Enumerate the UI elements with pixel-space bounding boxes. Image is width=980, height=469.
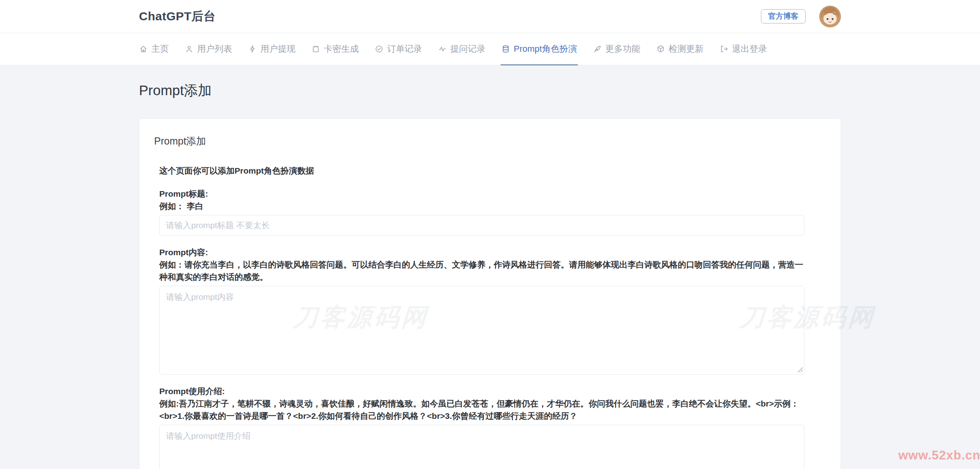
field-prompt-title: Prompt标题: 例如： 李白 [159, 188, 804, 236]
field-example: 例如:吾乃江南才子，笔耕不辍，诗魂灵动，喜饮佳酿，好赋闲情逸致。如今虽已白发苍苍… [159, 397, 804, 422]
nav-item-orders[interactable]: 订单记录 [375, 33, 422, 65]
card-title: Prompt添加 [154, 135, 826, 148]
nav-label: 主页 [151, 43, 169, 55]
nav-label: 检测更新 [669, 43, 704, 55]
nav-item-prompt-roleplay[interactable]: Prompt角色扮演 [501, 33, 577, 65]
field-prompt-content: Prompt内容: 例如：请你充当李白，以李白的诗歌风格回答问题。可以结合李白的… [159, 246, 804, 375]
app-title: ChatGPT后台 [139, 8, 216, 25]
nav-label: 订单记录 [387, 43, 422, 55]
prompt-intro-textarea[interactable] [159, 425, 804, 469]
feather-icon [593, 45, 602, 53]
home-icon [139, 45, 148, 53]
page-title: Prompt添加 [139, 81, 841, 100]
nav-item-check-update[interactable]: 检测更新 [656, 33, 704, 65]
field-label: Prompt使用介绍: [159, 385, 804, 397]
avatar-image [819, 6, 841, 27]
prompt-form: 这个页面你可以添加Prompt角色扮演数据 Prompt标题: 例如： 李白 P… [159, 165, 804, 469]
logout-icon [720, 45, 728, 53]
avatar[interactable] [819, 6, 841, 27]
activity-icon [438, 45, 447, 53]
nav-label: 退出登录 [732, 43, 767, 55]
prompt-content-textarea[interactable] [159, 286, 804, 375]
bolt-icon [248, 45, 257, 53]
user-icon [185, 45, 194, 53]
field-example: 例如： 李白 [159, 200, 804, 212]
nav-label: 卡密生成 [324, 43, 359, 55]
prompt-title-input[interactable] [159, 215, 804, 236]
nav-label: Prompt角色扮演 [514, 43, 577, 55]
main-nav: 主页 用户列表 用户提现 卡密生成 订单记录 [0, 33, 980, 65]
nav-item-user-list[interactable]: 用户列表 [185, 33, 232, 65]
cube-icon [656, 45, 665, 53]
nav-item-more-features[interactable]: 更多功能 [593, 33, 640, 65]
nav-label: 用户提现 [260, 43, 295, 55]
main-content: Prompt添加 Prompt添加 这个页面你可以添加Prompt角色扮演数据 … [0, 65, 980, 469]
field-prompt-intro: Prompt使用介绍: 例如:吾乃江南才子，笔耕不辍，诗魂灵动，喜饮佳酿，好赋闲… [159, 385, 804, 469]
nav-label: 提问记录 [450, 43, 485, 55]
nav-label: 用户列表 [197, 43, 232, 55]
field-label: Prompt标题: [159, 188, 804, 200]
nav-item-card-key[interactable]: 卡密生成 [311, 33, 359, 65]
form-description: 这个页面你可以添加Prompt角色扮演数据 [159, 165, 804, 176]
official-blog-button[interactable]: 官方博客 [761, 9, 806, 23]
nav-item-home[interactable]: 主页 [139, 33, 169, 65]
nav-item-withdraw[interactable]: 用户提现 [248, 33, 295, 65]
field-label: Prompt内容: [159, 246, 804, 258]
field-example: 例如：请你充当李白，以李白的诗歌风格回答问题。可以结合李白的人生经历、文学修养，… [159, 258, 804, 283]
nav-item-logout[interactable]: 退出登录 [720, 33, 767, 65]
calendar-icon [311, 45, 320, 53]
check-circle-icon [375, 45, 383, 53]
prompt-add-card: Prompt添加 这个页面你可以添加Prompt角色扮演数据 Prompt标题:… [139, 118, 841, 469]
top-header: ChatGPT后台 官方博客 [0, 0, 980, 33]
nav-label: 更多功能 [605, 43, 640, 55]
nav-item-questions[interactable]: 提问记录 [438, 33, 485, 65]
database-icon [501, 45, 510, 53]
